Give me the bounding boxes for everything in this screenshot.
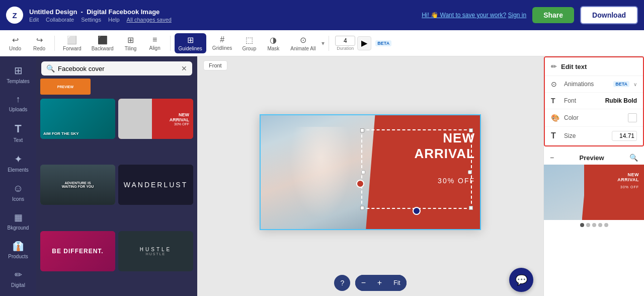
- sidebar-item-elements[interactable]: ✦ Elements: [3, 149, 33, 177]
- preview-dot-4[interactable]: [604, 223, 608, 227]
- chat-button[interactable]: 💬: [509, 268, 533, 292]
- preview-search-icon[interactable]: 🔍: [629, 154, 638, 162]
- size-row[interactable]: T Size: [545, 127, 643, 145]
- handle-mid-right[interactable]: [468, 170, 472, 174]
- template-card-2[interactable]: NEW ARRIVAL 30% OFF: [118, 99, 193, 139]
- toolbar: ↩ Undo ↪ Redo ⬜ Forward ⬛ Backward ⊞ Til…: [0, 30, 644, 56]
- share-button[interactable]: Share: [532, 7, 574, 23]
- sidebar-label-elements: Elements: [8, 167, 29, 173]
- zoom-fit-button[interactable]: Fit: [387, 275, 406, 291]
- template-card-4[interactable]: WANDERLUST: [118, 165, 193, 205]
- canvas-workspace[interactable]: NEW ARRIVAL 30% OFF: [197, 75, 543, 270]
- toolbar-divider-1: [54, 36, 55, 51]
- redo-button[interactable]: ↪ Redo: [28, 33, 50, 53]
- sidebar-item-products[interactable]: 👔 Products: [3, 237, 33, 263]
- preview-minus-icon[interactable]: −: [550, 154, 554, 162]
- group-button[interactable]: ⬚ Group: [238, 33, 260, 53]
- size-input[interactable]: [612, 131, 637, 141]
- right-panel: ✏ Edit text ⊙ Animations BETA ∨ T Font R…: [543, 56, 644, 296]
- handle-mid-left[interactable]: [361, 170, 365, 174]
- canvas-top-bar: Front: [197, 56, 543, 75]
- sidebar-item-digital[interactable]: ✏ Digital: [3, 265, 33, 292]
- background-icon: ▦: [14, 212, 23, 223]
- zoom-help-button[interactable]: ?: [334, 275, 350, 291]
- play-button[interactable]: ▶: [357, 36, 371, 50]
- animate-chevron[interactable]: ▾: [321, 40, 325, 47]
- top-nav: Edit Collaborate Settings Help All chang…: [29, 17, 172, 23]
- handle-bl[interactable]: [360, 206, 364, 210]
- edit-panel: ✏ Edit text ⊙ Animations BETA ∨ T Font R…: [544, 56, 644, 146]
- template-card-1[interactable]: AIM FOR THE SKY: [40, 99, 115, 139]
- search-input[interactable]: [58, 65, 178, 72]
- preview-dots: [544, 220, 644, 230]
- gridlines-button[interactable]: # Gridlines: [208, 33, 236, 53]
- sidebar-item-icons[interactable]: ☺ Icons: [3, 179, 33, 206]
- drag-point[interactable]: [356, 180, 364, 188]
- animate-all-button[interactable]: ⊙ Animate All: [286, 33, 319, 53]
- logo[interactable]: Z: [6, 7, 23, 24]
- handle-tl[interactable]: [360, 128, 364, 132]
- animations-row[interactable]: ⊙ Animations BETA ∨: [545, 76, 643, 93]
- sidebar-item-uploads[interactable]: ↑ Uploads: [3, 90, 33, 116]
- zoom-in-button[interactable]: +: [371, 275, 387, 291]
- sidebar-item-text[interactable]: T Text: [3, 118, 33, 147]
- sidebar-label-products: Products: [8, 254, 28, 259]
- main-layout: ⊞ Templates ↑ Uploads T Text ✦ Elements …: [0, 56, 644, 296]
- edit-panel-title: Edit text: [561, 63, 587, 70]
- template-panel: 🔍 ✕ PREVIEW AIM FOR THE SKY NEW: [36, 56, 197, 296]
- preview-image: NEW ARRIVAL 30% OFF: [544, 165, 644, 220]
- color-icon: 🎨: [551, 114, 560, 122]
- search-input-wrap: 🔍 ✕: [41, 61, 192, 76]
- zoom-out-button[interactable]: −: [355, 275, 371, 291]
- title-block: Untitled Design - Digital Facebook Image…: [29, 8, 172, 23]
- duration-box: Duration: [335, 36, 355, 51]
- nav-settings[interactable]: Settings: [81, 17, 101, 23]
- tiling-button[interactable]: ⊞ Tiling: [120, 33, 142, 53]
- handle-rotate[interactable]: [413, 207, 421, 215]
- preview-dot-2[interactable]: [592, 223, 596, 227]
- sidebar-label-uploads: Uploads: [9, 107, 28, 112]
- sidebar-item-templates[interactable]: ⊞ Templates: [3, 60, 33, 88]
- mask-button[interactable]: ◑ Mask: [262, 33, 284, 53]
- sidebar-label-icons: Icons: [12, 196, 24, 202]
- front-badge: Front: [203, 60, 227, 70]
- font-row[interactable]: T Font Rubik Bold: [545, 93, 643, 109]
- selection-overlay: [361, 129, 472, 209]
- animations-chevron[interactable]: ∨: [633, 82, 637, 87]
- guidelines-button[interactable]: ⊞ Guidelines: [175, 33, 206, 53]
- sidebar-item-background[interactable]: ▦ Bkground: [3, 208, 33, 235]
- template-card-3[interactable]: ADVENTURE ISWAITING FOR YOU: [40, 165, 115, 205]
- preview-dot-3[interactable]: [598, 223, 602, 227]
- color-row[interactable]: 🎨 Color: [545, 109, 643, 127]
- nav-edit[interactable]: Edit: [29, 17, 39, 23]
- undo-button[interactable]: ↩ Undo: [4, 33, 26, 53]
- forward-button[interactable]: ⬜ Forward: [59, 33, 86, 53]
- font-value: Rubik Bold: [605, 97, 637, 104]
- templates-icon: ⊞: [14, 64, 23, 77]
- canvas-frame: NEW ARRIVAL 30% OFF: [260, 114, 481, 230]
- align-button[interactable]: ≡ Align: [144, 33, 166, 53]
- toolbar-divider-3: [329, 36, 329, 51]
- animations-label: Animations: [564, 81, 609, 88]
- backward-button[interactable]: ⬛ Backward: [88, 33, 118, 53]
- clear-search-button[interactable]: ✕: [181, 64, 187, 72]
- sign-in-link[interactable]: Sign in: [508, 12, 526, 19]
- nav-help[interactable]: Help: [108, 17, 120, 23]
- edit-pencil-icon: ✏: [551, 62, 557, 70]
- handle-tr[interactable]: [469, 128, 473, 132]
- template-card-5[interactable]: BE DIFFERENT.: [40, 231, 115, 271]
- sidebar-label-text: Text: [14, 137, 23, 143]
- download-button[interactable]: Download: [580, 6, 638, 24]
- nav-changes: All changes saved: [127, 17, 172, 23]
- beta-badge: BETA: [375, 40, 391, 46]
- duration-label: Duration: [337, 46, 354, 51]
- search-icon: 🔍: [46, 64, 55, 72]
- template-card-6[interactable]: HUSTLE HUSTLE: [118, 231, 193, 271]
- handle-br[interactable]: [469, 206, 473, 210]
- preview-dot-1[interactable]: [586, 223, 590, 227]
- duration-input[interactable]: [335, 36, 355, 46]
- size-icon: T: [551, 131, 560, 140]
- nav-collaborate[interactable]: Collaborate: [46, 17, 74, 23]
- color-swatch[interactable]: [628, 113, 637, 122]
- preview-dot-0[interactable]: [580, 223, 584, 227]
